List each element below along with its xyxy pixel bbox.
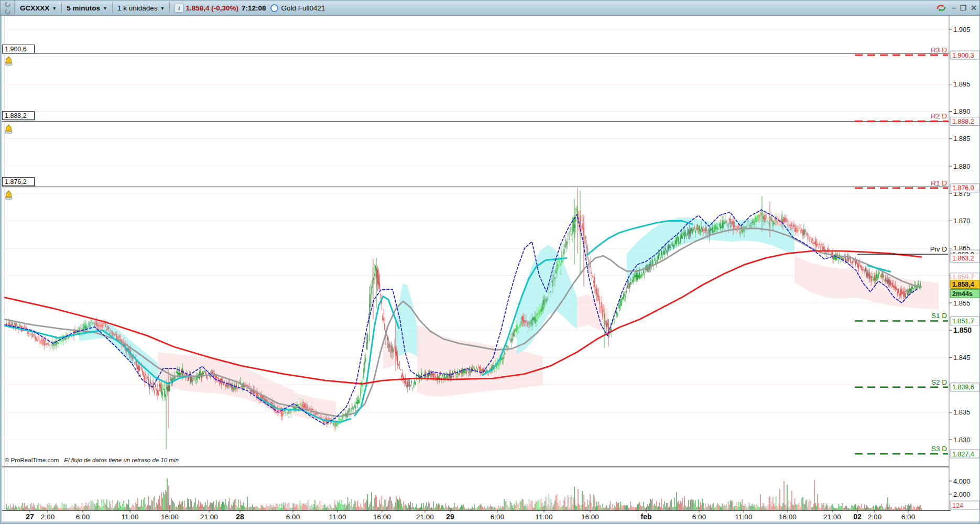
svg-text:11:00: 11:00 xyxy=(122,513,139,521)
svg-text:28: 28 xyxy=(236,512,244,521)
svg-text:6:00: 6:00 xyxy=(692,513,706,521)
svg-text:16:00: 16:00 xyxy=(161,513,179,521)
svg-text:1.905: 1.905 xyxy=(953,26,971,34)
svg-text:1.885: 1.885 xyxy=(953,135,971,143)
close-button[interactable]: ✕ xyxy=(971,4,977,12)
svg-text:29: 29 xyxy=(446,512,454,521)
chart-toolbar: GCXXXX ▼ 5 minutos ▼ 1 k unidades ▼ i 1.… xyxy=(1,1,979,16)
svg-text:2:00: 2:00 xyxy=(41,513,55,521)
instrument-dropdown[interactable]: GCXXXX ▼ xyxy=(18,4,59,12)
minimize-button[interactable]: – xyxy=(952,4,956,12)
svg-text:1.855: 1.855 xyxy=(953,299,971,307)
svg-text:6:00: 6:00 xyxy=(491,513,504,521)
svg-text:2.000: 2.000 xyxy=(953,490,971,498)
svg-text:2:00: 2:00 xyxy=(868,513,881,521)
svg-text:1.858,4: 1.858,4 xyxy=(952,281,974,288)
pivot-and-alert-lines: R3 DR2 DR1 DPiv DS1 DS2 DS3 D xyxy=(2,46,949,454)
svg-text:11:00: 11:00 xyxy=(329,513,346,521)
price-chart-canvas[interactable]: R3 DR2 DR1 DPiv DS1 DS2 DS3 D1.9051.8951… xyxy=(1,1,980,524)
alarm-bell-icon[interactable] xyxy=(4,56,14,66)
toolbar-separator xyxy=(169,2,170,14)
timeframe-dropdown[interactable]: 5 minutos ▼ xyxy=(64,4,110,12)
svg-text:124: 124 xyxy=(952,502,963,509)
chevron-down-icon: ▼ xyxy=(160,6,165,11)
svg-text:27: 27 xyxy=(26,512,34,521)
svg-text:S2 D: S2 D xyxy=(931,378,947,386)
svg-text:feb: feb xyxy=(641,512,652,521)
refresh-icon[interactable] xyxy=(935,3,948,13)
svg-text:1.835: 1.835 xyxy=(953,408,971,416)
toolbar-separator xyxy=(112,2,113,14)
alert-price-input[interactable]: 1.876,2 xyxy=(2,177,35,186)
alert-price-input[interactable]: 1.900,6 xyxy=(2,45,35,53)
contract-label: Gold Full0421 xyxy=(281,4,325,12)
volume-bars xyxy=(6,478,921,510)
toolbar-separator xyxy=(61,2,62,14)
svg-text:16:00: 16:00 xyxy=(581,513,599,521)
chevron-down-icon: ▼ xyxy=(52,6,57,11)
svg-text:1.888,2: 1.888,2 xyxy=(952,118,974,125)
svg-text:4.000: 4.000 xyxy=(953,477,971,485)
timeframe-label: 5 minutos xyxy=(67,4,100,12)
status-circle-icon xyxy=(270,4,278,12)
svg-text:1.900,3: 1.900,3 xyxy=(952,52,974,59)
delay-note: El flujo de datos tiene un retraso de 10… xyxy=(64,457,179,463)
svg-text:6:00: 6:00 xyxy=(76,513,90,521)
svg-text:6:00: 6:00 xyxy=(901,513,915,521)
units-dropdown[interactable]: 1 k unidades ▼ xyxy=(115,4,167,12)
svg-text:1.827,4: 1.827,4 xyxy=(952,451,974,458)
svg-text:16:00: 16:00 xyxy=(779,513,797,521)
svg-text:1.845: 1.845 xyxy=(953,354,971,362)
svg-text:R1 D: R1 D xyxy=(931,179,947,187)
last-price-change: 1.858,4 (-0,30%) xyxy=(186,4,238,12)
svg-text:1.876,0: 1.876,0 xyxy=(952,184,974,192)
svg-text:S1 D: S1 D xyxy=(931,312,947,320)
trading-window: GCXXXX ▼ 5 minutos ▼ 1 k unidades ▼ i 1.… xyxy=(0,0,980,524)
chain-link-icon[interactable] xyxy=(4,8,11,15)
svg-text:11:00: 11:00 xyxy=(735,513,753,521)
window-left-edge xyxy=(1,15,2,524)
svg-text:1.863,2: 1.863,2 xyxy=(952,255,974,262)
horizontal-scrollbar[interactable] xyxy=(1,521,979,524)
info-icon[interactable]: i xyxy=(175,4,183,13)
chain-link-icon[interactable] xyxy=(4,1,11,8)
alert-price-input[interactable]: 1.888,2 xyxy=(2,111,35,120)
alarm-bell-icon[interactable] xyxy=(4,124,14,134)
svg-text:Piv D: Piv D xyxy=(930,245,948,253)
restore-button[interactable]: ❐ xyxy=(960,4,967,12)
chevron-down-icon: ▼ xyxy=(103,6,107,11)
svg-text:1.850: 1.850 xyxy=(953,326,972,334)
svg-text:02: 02 xyxy=(853,512,862,521)
svg-text:6:00: 6:00 xyxy=(286,513,300,521)
svg-text:R2 D: R2 D xyxy=(931,112,947,120)
svg-text:R3 D: R3 D xyxy=(931,46,947,54)
svg-text:1.895: 1.895 xyxy=(953,80,971,88)
quote-time: 7:12:08 xyxy=(242,4,266,12)
svg-text:1.890: 1.890 xyxy=(953,107,971,115)
instrument-label: GCXXXX xyxy=(20,4,49,12)
window-controls: – ❐ ✕ xyxy=(935,1,977,15)
units-label: 1 k unidades xyxy=(117,4,158,12)
svg-text:1.880: 1.880 xyxy=(953,162,971,170)
svg-text:21:00: 21:00 xyxy=(416,513,434,521)
svg-text:1.851,7: 1.851,7 xyxy=(952,318,974,325)
footer-note: © ProRealTime.comEl flujo de datos tiene… xyxy=(5,457,179,463)
svg-text:S3 D: S3 D xyxy=(931,445,947,453)
svg-text:21:00: 21:00 xyxy=(200,513,218,521)
svg-text:11:00: 11:00 xyxy=(536,513,553,521)
svg-text:2m44s: 2m44s xyxy=(952,290,973,298)
alarm-bell-icon[interactable] xyxy=(4,190,14,200)
svg-text:1.839,6: 1.839,6 xyxy=(952,384,974,391)
svg-text:16:00: 16:00 xyxy=(373,513,391,521)
svg-text:21:00: 21:00 xyxy=(823,513,841,521)
copyright-label: © ProRealTime.com xyxy=(5,457,59,463)
svg-text:1.870: 1.870 xyxy=(953,217,971,225)
link-tools-cell xyxy=(1,1,15,15)
svg-text:1.830: 1.830 xyxy=(953,436,971,444)
